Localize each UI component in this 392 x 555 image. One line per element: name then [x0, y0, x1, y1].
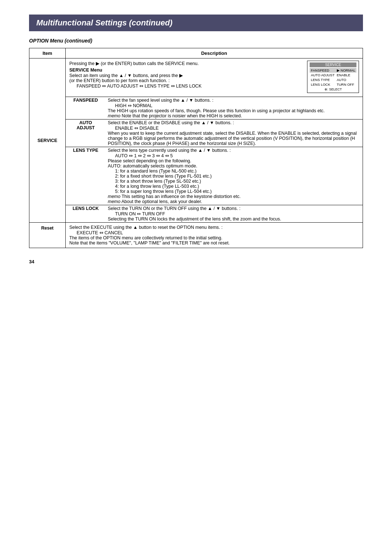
reset-description: Select the EXECUTE using the ▲ button to… — [66, 223, 363, 248]
smb-lenslock-value: TURN OFF — [336, 82, 356, 87]
fanspeed-cell: FANSPEED Select the fan speed level usin… — [66, 97, 363, 119]
header-description: Description — [66, 48, 363, 58]
fanspeed-memo: memo Note that the projector is noisier … — [108, 113, 360, 118]
smb-lenstype-label: LENS TYPE — [310, 77, 335, 82]
table-row-reset: Reset Select the EXECUTE using the ▲ but… — [29, 223, 363, 248]
lenstype-line1: Select the lens type currently used usin… — [108, 148, 360, 153]
lenslock-line3: Selecting the TURN ON locks the adjustme… — [108, 216, 360, 222]
smb-fanspeed-value: ▶ NORMAL — [336, 68, 356, 73]
lenslock-description: Select the TURN ON or the TURN OFF using… — [106, 205, 363, 222]
lenstype-description: Select the lens type currently used usin… — [106, 147, 363, 205]
header-item: Item — [29, 48, 66, 58]
lenstype-4: 4: for a long throw lens (Type LL-503 et… — [108, 184, 360, 189]
lenstype-5: 5: for a super long throw lens (Type LL-… — [108, 189, 360, 194]
smb-autoadjust-label: AUTO ADJUST — [310, 73, 335, 77]
lenstype-line3: Please select depending on the following… — [108, 158, 360, 163]
fanspeed-label: FANSPEED — [66, 97, 106, 119]
autoadjust-line3: When you want to keep the current adjust… — [108, 131, 360, 146]
table-row-autoadjust: AUTOADJUST Select the ENABLE or the DISA… — [29, 119, 363, 147]
reset-item-label: Reset — [29, 223, 66, 248]
page-title: Multifunctional Settings (continued) — [29, 15, 363, 31]
autoadjust-cell: AUTOADJUST Select the ENABLE or the DISA… — [66, 119, 363, 147]
table-row-lenstype: LENS TYPE Select the lens type currently… — [29, 147, 363, 205]
lenstype-2: 2: for a fixed short throw lens (Type FL… — [108, 174, 360, 179]
table-row-fanspeed: FANSPEED Select the fan speed level usin… — [29, 97, 363, 119]
smb-row-autoadjust: AUTO ADJUST ENABLE — [310, 73, 356, 77]
lenslock-line1: Select the TURN ON or the TURN OFF using… — [108, 206, 360, 211]
lenslock-cell: LENS LOCK Select the TURN ON or the TURN… — [66, 205, 363, 223]
lenstype-cell: LENS TYPE Select the lens type currently… — [66, 147, 363, 205]
smb-row-fanspeed: FANSPEED ▶ NORMAL — [310, 68, 356, 73]
lenstype-3: 3: for a short throw lens (Type SL-502 e… — [108, 179, 360, 184]
lenstype-memo1: memo This setting has an influence on th… — [108, 194, 360, 199]
smb-autoadjust-value: ENABLE — [336, 73, 356, 77]
reset-line4: Note that the items "VOLUME", "LAMP TIME… — [69, 240, 359, 246]
smb-row-lenslock: LENS LOCK TURN OFF — [310, 82, 356, 87]
autoadjust-description: Select the ENABLE or the DISABLE using t… — [106, 119, 363, 147]
smb-lenstype-value: AUTO — [336, 77, 356, 82]
lenslock-line2: TURN ON ⇔ TURN OFF — [108, 211, 360, 216]
reset-line3: The items of the OPTION menu are collect… — [69, 235, 359, 240]
lenstype-memo2: memo About the optional lens, ask your d… — [108, 199, 360, 204]
lenstype-1: 1: for a standard lens (Type NL-500 etc.… — [108, 169, 360, 174]
service-menu-box: SERVICE FANSPEED ▶ NORMAL AUTO ADJUST EN… — [307, 61, 359, 93]
reset-line1: Select the EXECUTE using the ▲ button to… — [69, 225, 359, 230]
table-row-service: SERVICE SERVICE FANSPEED ▶ NORMAL AUTO A… — [29, 58, 363, 97]
lenstype-auto: AUTO: automatically selects optimum mode… — [108, 163, 360, 169]
fanspeed-line3: The HIGH ups rotation speeds of fans, th… — [108, 108, 360, 113]
service-top-description: SERVICE FANSPEED ▶ NORMAL AUTO ADJUST EN… — [66, 58, 363, 97]
lenstype-line2: AUTO ⇔ 1 ⇔ 2 ⇔ 3 ⇔ 4 ⇔ 5 — [108, 153, 360, 158]
autoadjust-line2: ENABLE ⇔ DISABLE — [108, 125, 360, 131]
autoadjust-label: AUTOADJUST — [66, 119, 106, 147]
lenslock-label: LENS LOCK — [66, 205, 106, 222]
section-title: OPTION Menu (continued) — [29, 38, 363, 44]
autoadjust-line1: Select the ENABLE or the DISABLE using t… — [108, 120, 360, 125]
smb-row-lenstype: LENS TYPE AUTO — [310, 77, 356, 82]
page-number: 34 — [29, 259, 363, 264]
fanspeed-line1: Select the fan speed level using the ▲ /… — [108, 98, 360, 103]
smb-fanspeed-label: FANSPEED — [310, 68, 335, 73]
lenstype-label: LENS TYPE — [66, 147, 106, 205]
fanspeed-line2: HIGH ⇔ NORMAL — [108, 103, 360, 108]
smb-select-label: ⊕: SELECT — [310, 88, 356, 91]
service-item-label: SERVICE — [29, 58, 66, 223]
table-row-lenslock: LENS LOCK Select the TURN ON or the TURN… — [29, 205, 363, 223]
smb-lenslock-label: LENS LOCK — [310, 82, 335, 87]
reset-line2: EXECUTE ⇔ CANCEL — [69, 230, 359, 235]
smb-title: SERVICE — [310, 62, 356, 67]
fanspeed-description: Select the fan speed level using the ▲ /… — [106, 97, 363, 119]
